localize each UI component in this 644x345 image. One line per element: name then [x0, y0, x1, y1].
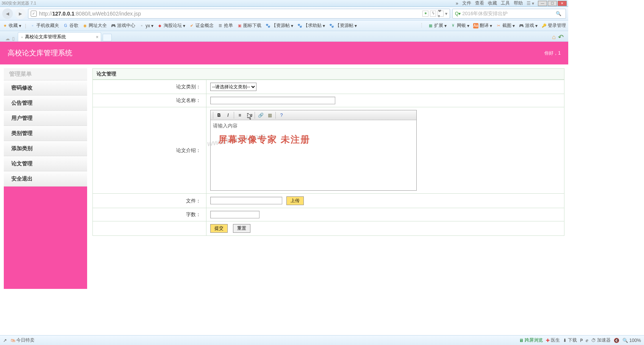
bookmark-right: ⋮ ▦扩展 ▾ ¥网银 ▾ Aa翻译 ▾ ✂截图 ▾ 🎮游戏 ▾ 🔑登录管理	[419, 22, 566, 29]
favorites-button[interactable]: ★收藏 ▾	[2, 22, 21, 29]
bank-button[interactable]: ¥网银 ▾	[450, 22, 469, 29]
bookmark-mobile[interactable]: ▫手机收藏夹	[30, 22, 59, 29]
scissors-icon: ✂	[496, 23, 501, 28]
menu-chevrons[interactable]: »	[456, 1, 458, 6]
page-body: 管理菜单 密码修改 公告管理 用户管理 类别管理 添加类别 论文管理 安全退出 …	[0, 64, 568, 288]
google-icon: G	[63, 23, 68, 28]
bookmark-res2[interactable]: 🐾【资源帖 ▾	[329, 22, 357, 29]
menu-fav[interactable]: 收藏	[488, 0, 497, 6]
name-input[interactable]	[210, 97, 335, 104]
help-button[interactable]: ?	[277, 111, 286, 119]
translate-button[interactable]: Aa翻译 ▾	[473, 22, 492, 29]
bookmark-zhengjin[interactable]: ✔证金概念	[189, 22, 214, 29]
label-category: 论文类别：	[93, 80, 206, 94]
translate-icon: Aa	[473, 23, 478, 28]
menu-tools[interactable]: 工具	[501, 0, 510, 6]
image-button[interactable]: ▦	[266, 111, 274, 119]
link-button[interactable]: 🔗	[256, 111, 265, 119]
category-select[interactable]: --请选择论文类别--	[210, 83, 256, 91]
file-input[interactable]	[210, 197, 282, 204]
sidebar-item-category[interactable]: 类别管理	[4, 126, 87, 141]
heart-icon[interactable]: ❤ ▾	[438, 11, 444, 17]
tab-title: 高校论文库管理系统	[25, 34, 66, 40]
tab-active[interactable]: ▫ 高校论文库管理系统 ×	[18, 32, 101, 41]
gamepad-icon: 🎮	[519, 23, 524, 28]
bookmark-taogu[interactable]: ◆淘股论坛 ▾	[157, 22, 185, 29]
tab-pre-icons: ☁ ▯	[2, 36, 18, 41]
page-header: 高校论文库管理系统 你好，1	[0, 42, 568, 64]
cloud-icon[interactable]: ☁	[5, 36, 10, 41]
sidebar-filler	[4, 187, 87, 289]
back-button[interactable]: ◄	[2, 8, 13, 19]
upload-button[interactable]: 上传	[286, 196, 304, 205]
nav-toolbar: ◄ ► ✓ http://127.0.0.1:8080/LwWeb1602/in…	[0, 7, 568, 20]
url-text: http://127.0.0.1:8080/LwWeb1602/index.js…	[39, 11, 422, 17]
sidebar-item-exit[interactable]: 安全退出	[4, 171, 87, 187]
paw-icon: 🐾	[297, 23, 302, 28]
download-icon: ▣	[237, 23, 242, 28]
gamepad-icon: 🎮	[111, 23, 116, 28]
url-dropdown-icon[interactable]: ▾	[445, 11, 447, 16]
cert-icon: ✔	[189, 23, 194, 28]
close-button[interactable]: ✕	[558, 1, 567, 6]
login-mgr-button[interactable]: 🔑登录管理	[541, 22, 566, 29]
menu-file[interactable]: 文件	[462, 0, 471, 6]
submit-button[interactable]: 提交	[210, 224, 228, 233]
screenshot-button[interactable]: ✂截图 ▾	[496, 22, 515, 29]
bookmark-sites[interactable]: ◉网址大全	[82, 22, 107, 29]
address-bar[interactable]: ✓ http://127.0.0.1:8080/LwWeb1602/index.…	[28, 9, 450, 19]
window-title: 360安全浏览器 7.1	[2, 0, 36, 6]
paw-icon: 🐾	[329, 23, 334, 28]
lightning-icon[interactable]: ϟ	[430, 11, 436, 17]
search-button[interactable]: 🔍	[553, 10, 563, 17]
maximize-button[interactable]: ☐	[548, 1, 557, 6]
ext-button[interactable]: ▦扩展 ▾	[428, 22, 447, 29]
wordcount-input[interactable]	[210, 211, 259, 218]
compat-icon[interactable]: ✶	[422, 11, 428, 17]
bookmark-qiangdan[interactable]: ☰抢单	[217, 22, 233, 29]
bold-button[interactable]: B	[215, 111, 223, 119]
bookmark-google[interactable]: G谷歌	[63, 22, 78, 29]
search-engine-icon[interactable]: Q▾	[455, 11, 461, 16]
ul-button[interactable]: ⋮≡	[245, 111, 253, 119]
watermark-text: 屏幕录像专家 未注册	[218, 133, 310, 146]
games-button[interactable]: 🎮游戏 ▾	[519, 22, 538, 29]
bookmark-help[interactable]: 🐾【求助贴 ▾	[297, 22, 325, 29]
forward-button[interactable]: ►	[15, 8, 26, 19]
menu-manage-icon[interactable]: ☰ ▾	[527, 1, 534, 6]
minimize-button[interactable]: —	[538, 1, 547, 6]
home-icon[interactable]: ⌂	[552, 34, 556, 41]
sidebar: 管理菜单 密码修改 公告管理 用户管理 类别管理 添加类别 论文管理 安全退出	[4, 68, 87, 284]
sidebar-item-notice[interactable]: 公告管理	[4, 96, 87, 111]
bookmark-icons[interactable]: ▣图标下载	[237, 22, 261, 29]
sidebar-item-thesis[interactable]: 论文管理	[4, 156, 87, 171]
sidebar-item-password[interactable]: 密码修改	[4, 80, 87, 96]
tab-close-button[interactable]: ×	[96, 34, 98, 40]
editor-body[interactable]: 请输入内容 www.hsttrd.com 屏幕录像专家 未注册	[211, 120, 416, 190]
menu-view[interactable]: 查看	[475, 0, 484, 6]
sidebar-item-addcat[interactable]: 添加类别	[4, 141, 87, 156]
page-icon: ▫	[21, 34, 23, 40]
page-title: 高校论文库管理系统	[8, 48, 72, 58]
mobile-icon: ▫	[30, 23, 35, 28]
yen-icon: ¥	[450, 23, 456, 28]
puzzle-icon: ▦	[428, 23, 433, 28]
menu-help[interactable]: 帮助	[514, 0, 523, 6]
note-icon[interactable]: ▯	[12, 36, 15, 41]
sidebar-item-users[interactable]: 用户管理	[4, 111, 87, 126]
key-icon: 🔑	[541, 23, 547, 28]
italic-button[interactable]: I	[224, 111, 232, 119]
panel-title: 论文管理	[92, 68, 564, 80]
bookmark-res1[interactable]: 🐾【资源帖 ▾	[265, 22, 293, 29]
undo-close-icon[interactable]: ↶	[558, 33, 564, 41]
reset-button[interactable]: 重置	[233, 224, 250, 233]
form-table: 论文类别： --请选择论文类别-- 论文名称： 论文介绍： B	[92, 80, 564, 236]
search-box[interactable]: Q▾ 2016年休假安排出炉 🔍	[452, 9, 566, 19]
new-tab-button[interactable]	[103, 34, 112, 41]
bookmark-yx[interactable]: ▫yx ▾	[139, 23, 153, 28]
main-content: 论文管理 论文类别： --请选择论文类别-- 论文名称： 论文介绍：	[87, 68, 564, 284]
ol-button[interactable]: ≡	[236, 111, 244, 119]
bookmark-games[interactable]: 🎮游戏中心	[111, 22, 135, 29]
bookmark-bar: ★收藏 ▾ | ▫手机收藏夹 G谷歌 ◉网址大全 🎮游戏中心 ▫yx ▾ ◆淘股…	[0, 20, 568, 31]
security-shield-icon[interactable]: ✓	[31, 11, 37, 17]
